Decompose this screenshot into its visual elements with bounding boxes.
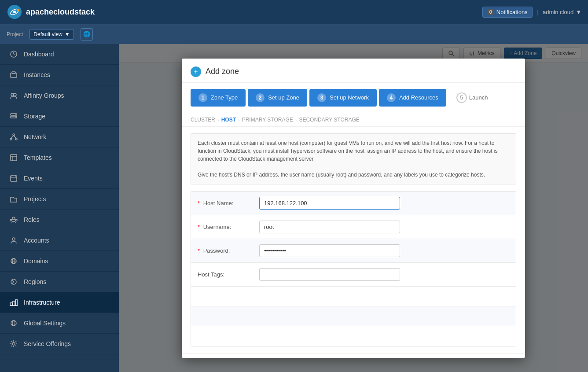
logo-area: apachecloudstack	[7, 4, 482, 20]
sidebar-item-projects[interactable]: Projects	[0, 189, 119, 210]
svg-point-13	[15, 114, 16, 115]
step-2-button[interactable]: 2 Set up Zone	[248, 89, 307, 107]
sidebar-item-affinity-groups[interactable]: Affinity Groups	[0, 85, 119, 106]
username-input[interactable]	[259, 221, 400, 233]
sidebar-item-global-settings[interactable]: Global Settings	[0, 313, 119, 334]
sidebar-item-label: Templates	[24, 154, 52, 161]
content-area: Metrics + Add Zone Quickview + Add zone	[119, 44, 588, 372]
project-select[interactable]: Default view ▼	[29, 29, 74, 40]
sidebar-item-events[interactable]: Events	[0, 168, 119, 189]
affinity-groups-icon	[9, 91, 18, 100]
project-label: Project	[7, 31, 23, 37]
svg-point-28	[10, 219, 12, 221]
sidebar-item-network[interactable]: Network	[0, 127, 119, 147]
project-select-value: Default view	[33, 31, 62, 37]
top-right-area: 0 Notifications | admin cloud ▼	[482, 7, 581, 18]
svg-point-16	[10, 138, 12, 140]
svg-point-39	[12, 320, 15, 326]
admin-user-button[interactable]: admin cloud ▼	[543, 9, 581, 15]
sidebar-item-label: Affinity Groups	[24, 92, 64, 99]
step-5-label: Launch	[469, 94, 488, 101]
sidebar-item-accounts[interactable]: Accounts	[0, 230, 119, 251]
svg-point-38	[11, 320, 16, 326]
hostname-input[interactable]	[259, 197, 400, 210]
info-description: Each cluster must contain at least one h…	[191, 133, 516, 184]
password-input[interactable]	[259, 244, 400, 257]
chevron-down-icon: ▼	[576, 9, 581, 15]
sidebar-item-label: Storage	[24, 113, 45, 120]
empty-row-2	[191, 306, 516, 326]
sidebar-item-roles[interactable]: Roles	[0, 210, 119, 230]
host-form: * Host Name: * Username:	[191, 191, 516, 346]
sub-navigation: CLUSTER › HOST › PRIMARY STORAGE › SECON…	[182, 113, 525, 127]
instances-icon	[9, 70, 18, 80]
infrastructure-icon	[9, 298, 18, 307]
sidebar-item-infrastructure[interactable]: Infrastructure	[0, 292, 119, 313]
sidebar-item-label: Instances	[24, 71, 50, 78]
step-4-num: 4	[387, 93, 396, 102]
logo-icon	[7, 4, 22, 20]
svg-line-18	[11, 136, 14, 138]
empty-row-1	[191, 287, 516, 306]
step-1-num: 1	[198, 93, 207, 102]
hostname-label: * Host Name:	[198, 200, 259, 206]
sidebar-item-label: Service Offerings	[24, 340, 71, 347]
sidebar-item-templates[interactable]: Templates	[0, 147, 119, 168]
sidebar-item-label: Events	[24, 175, 43, 182]
accounts-icon	[9, 236, 18, 245]
step-2-label: Set up Zone	[268, 94, 299, 101]
admin-username: admin cloud	[543, 9, 573, 15]
notifications-button[interactable]: 0 Notifications	[482, 7, 533, 18]
sidebar: Dashboard Instances Affinity Groups Stor…	[0, 44, 119, 372]
projects-icon	[9, 194, 18, 204]
hostname-row: * Host Name:	[191, 192, 516, 215]
sidebar-item-service-offerings[interactable]: Service Offerings	[0, 334, 119, 354]
sidebar-item-label: Domains	[24, 258, 48, 265]
add-zone-modal: + Add zone 1 Zone Type 2 Set up Zone 3	[182, 59, 525, 358]
step-4-button[interactable]: 4 Add Resources	[379, 89, 446, 107]
username-label: * Username:	[198, 224, 259, 230]
clock-icon	[9, 49, 18, 59]
step-3-button[interactable]: 3 Set up Network	[309, 89, 377, 107]
svg-point-17	[15, 138, 17, 140]
step-3-num: 3	[317, 93, 326, 102]
subnav-host[interactable]: HOST	[221, 117, 236, 123]
password-row: * Password:	[191, 239, 516, 263]
step-5-num: 5	[456, 92, 467, 103]
subnav-cluster[interactable]: CLUSTER	[191, 117, 215, 123]
sidebar-item-storage[interactable]: Storage	[0, 106, 119, 127]
roles-icon	[9, 215, 18, 225]
svg-rect-8	[12, 72, 15, 74]
domains-icon	[9, 256, 18, 266]
sidebar-item-label: Dashboard	[24, 51, 54, 58]
svg-rect-37	[15, 300, 18, 306]
step-1-button[interactable]: 1 Zone Type	[191, 89, 246, 107]
sidebar-item-dashboard[interactable]: Dashboard	[0, 44, 119, 65]
project-select-arrow: ▼	[65, 31, 70, 37]
svg-point-9	[11, 93, 14, 96]
subnav-primary-storage[interactable]: PRIMARY STORAGE	[242, 117, 293, 123]
sidebar-item-label: Roles	[24, 216, 40, 223]
modal-title-icon: +	[191, 66, 201, 77]
hosttags-label: Host Tags:	[198, 271, 259, 278]
modal-footer: Previous Cancel Next	[182, 353, 525, 358]
subnav-secondary-storage[interactable]: SECONDARY STORAGE	[299, 117, 359, 123]
globe-icon[interactable]: 🌐	[81, 28, 93, 41]
modal-title: Add zone	[206, 67, 239, 76]
sidebar-item-regions[interactable]: Regions	[0, 272, 119, 292]
svg-rect-36	[13, 301, 15, 306]
sidebar-item-label: Accounts	[24, 237, 49, 244]
sidebar-item-label: Network	[24, 133, 46, 140]
sidebar-item-domains[interactable]: Domains	[0, 251, 119, 272]
username-row: * Username:	[191, 215, 516, 239]
hosttags-row: Host Tags:	[191, 263, 516, 287]
sidebar-item-instances[interactable]: Instances	[0, 65, 119, 85]
app-logo-text: apachecloudstack	[26, 7, 95, 17]
storage-icon	[9, 111, 18, 121]
hosttags-input[interactable]	[259, 268, 400, 281]
notifications-badge: 0	[487, 9, 494, 15]
sidebar-item-label: Global Settings	[24, 320, 66, 327]
svg-point-2	[13, 11, 16, 13]
step-4-label: Add Resources	[399, 94, 438, 101]
svg-point-15	[13, 134, 15, 136]
